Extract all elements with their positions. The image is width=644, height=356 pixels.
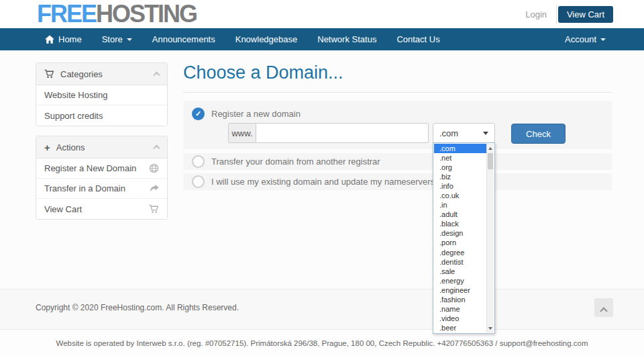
action-item-label: View Cart [44,204,82,214]
caret-down-icon [127,38,132,41]
top-header: FREEHOSTING Login View Cart [0,0,644,28]
tld-option[interactable]: .co.uk [434,191,486,200]
logo-free-text: FREE [37,0,96,28]
dropdown-scrollbar[interactable] [486,144,494,332]
copyright-text: Copyright © 2020 FreeHosting.com. All Ri… [36,303,239,312]
tld-option[interactable]: .energy [434,276,486,285]
tld-option[interactable]: .degree [434,248,486,257]
nav-item-home[interactable]: Home [35,28,92,50]
globe-icon [149,163,159,173]
nav-item-label: Network Status [317,34,376,44]
actions-panel-title: Actions [56,142,85,152]
categories-panel: Categories Website Hosting Support credi… [36,62,168,126]
radio-register-domain-checked[interactable]: ✓ [192,107,205,120]
tld-option[interactable]: .org [434,163,486,172]
site-logo[interactable]: FREEHOSTING [37,0,197,28]
chevron-up-icon [600,307,607,314]
nav-item-knowledgebase[interactable]: Knowledgebase [225,28,308,50]
tld-option[interactable]: .fashion [434,295,486,304]
tld-option[interactable]: .adult [434,210,486,219]
plus-icon: + [44,142,50,153]
actions-panel: + Actions Register a New Domain Transfer… [36,136,168,220]
tld-select-value: .com [439,128,458,138]
nav-item-network-status[interactable]: Network Status [307,28,386,50]
nav-item-contact-us[interactable]: Contact Us [386,28,449,50]
tld-option[interactable]: .biz [434,172,486,181]
tld-dropdown: .com .net .org .biz .info .co.uk .in .ad… [433,142,495,334]
nav-item-label: Store [102,34,123,44]
tld-option[interactable]: .info [434,181,486,191]
scroll-to-top-button[interactable] [594,298,613,317]
sidebar-category-item[interactable]: Website Hosting [36,85,167,105]
www-prefix-addon: www. [228,123,256,143]
header-divider [556,5,557,24]
action-item-transfer-domain[interactable]: Transfer in a Domain [36,179,167,199]
check-button[interactable]: Check [511,124,566,144]
nav-item-account[interactable]: Account [555,28,616,50]
cart-icon [149,204,159,214]
tld-dropdown-list: .com .net .org .biz .info .co.uk .in .ad… [434,144,486,332]
tld-select[interactable]: .com [433,123,495,143]
scroll-down-arrow-icon[interactable] [487,324,494,332]
categories-list: Website Hosting Support credits [36,85,167,126]
categories-panel-title: Categories [60,69,103,79]
actions-panel-header[interactable]: + Actions [36,136,167,159]
register-domain-option-row: ✓ Register a new domain [183,101,612,120]
domain-input-group: www. [228,123,429,143]
page-title: Choose a Domain... [183,62,612,93]
domain-name-input[interactable] [256,123,429,143]
nav-item-label: Announcements [152,34,215,44]
transfer-domain-option-row[interactable]: Transfer your domain from another regist… [183,153,612,170]
nav-item-label: Home [58,34,82,44]
action-item-register-domain[interactable]: Register a New Domain [36,159,167,179]
footer: Copyright © 2020 FreeHosting.com. All Ri… [0,289,644,330]
tld-option[interactable]: .video [434,314,486,323]
tld-option[interactable]: .sale [434,267,486,276]
freehosting-page: FREEHOSTING Login View Cart Home Store A… [0,0,644,356]
nav-item-label: Account [565,34,596,44]
radio-transfer-domain[interactable] [192,155,205,168]
tld-option[interactable]: .design [434,228,486,238]
tld-option[interactable]: .engineer [434,285,486,295]
action-item-view-cart[interactable]: View Cart [36,199,167,219]
scroll-up-arrow-icon[interactable] [487,144,494,152]
sidebar-category-item[interactable]: Support credits [36,105,167,126]
action-item-label: Register a New Domain [44,163,136,173]
tld-option[interactable]: .in [434,200,486,210]
home-icon [45,35,54,44]
main-navbar: Home Store Announcements Knowledgebase N… [0,28,644,50]
view-cart-button[interactable]: View Cart [558,6,613,23]
nav-item-store[interactable]: Store [92,28,142,50]
bottom-bar: Website is operated by Interweb s.r.o. (… [0,330,644,356]
chevron-up-icon [154,145,160,152]
tld-option[interactable]: .black [434,219,486,228]
radio-label: Transfer your domain from another regist… [211,157,380,167]
radio-existing-domain[interactable] [192,175,205,188]
operator-info-text: Website is operated by Interweb s.r.o. (… [56,339,588,347]
nav-item-label: Contact Us [396,34,439,44]
nav-item-announcements[interactable]: Announcements [142,28,225,50]
nav-item-label: Knowledgebase [235,34,298,44]
radio-label: I will use my existing domain and update… [211,177,435,187]
login-link[interactable]: Login [525,9,547,19]
chevron-up-icon [154,72,160,79]
tld-option[interactable]: .net [434,153,486,163]
tld-option[interactable]: .name [434,304,486,314]
tld-option[interactable]: .porn [434,238,486,247]
caret-down-icon [600,38,606,41]
scrollbar-thumb[interactable] [488,153,493,169]
action-item-label: Transfer in a Domain [44,183,125,193]
cart-icon [44,69,54,79]
tld-option[interactable]: .beer [434,323,486,332]
caret-down-icon [483,132,488,135]
logo-hosting-text: HOSTING [96,0,197,28]
existing-domain-option-row[interactable]: I will use my existing domain and update… [183,173,612,190]
radio-label: Register a new domain [211,109,301,119]
tld-option[interactable]: .com [434,144,486,153]
categories-panel-header[interactable]: Categories [36,63,167,85]
share-arrow-icon [150,184,159,193]
tld-option[interactable]: .dentist [434,257,486,267]
